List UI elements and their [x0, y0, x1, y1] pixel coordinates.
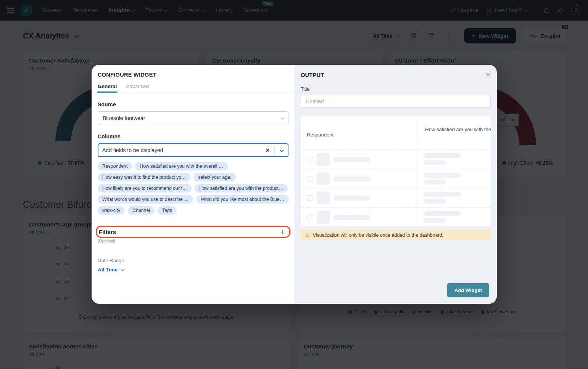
widget-preview-table: Respondent How satisfied are you with th…	[301, 116, 491, 226]
preview-rows	[301, 149, 491, 226]
column-chip[interactable]: select your age.	[193, 173, 236, 181]
skeleton-bar	[424, 211, 461, 216]
widget-title-input[interactable]	[301, 95, 491, 107]
clear-icon[interactable]: ✕	[261, 147, 274, 153]
avatar-skeleton	[317, 191, 330, 204]
skeleton-bar	[424, 160, 446, 165]
skeleton-bar	[424, 192, 461, 197]
source-label: Source	[98, 101, 288, 107]
source-select[interactable]: Bluesole footwear	[98, 111, 288, 125]
configure-panel: CONFIGURE WIDGET General Advanced Source…	[92, 65, 295, 304]
column-chip[interactable]: Channel	[128, 206, 155, 215]
warning-icon: ⚠	[305, 232, 310, 238]
column-chip[interactable]: What words would you use to describe …	[98, 195, 193, 204]
configure-widget-modal: CONFIGURE WIDGET General Advanced Source…	[92, 65, 497, 304]
visualization-warning: ⚠ Visualization will only be visible onc…	[301, 230, 491, 240]
chevron-down-icon	[121, 267, 125, 271]
modal-tabs: General Advanced	[98, 83, 288, 93]
skeleton-bar	[333, 196, 371, 201]
column-header-respondent: Respondent	[307, 132, 333, 138]
column-chip[interactable]: Tags	[158, 206, 177, 215]
skeleton-bar	[424, 153, 461, 158]
chevron-down-icon	[280, 148, 284, 152]
column-chip[interactable]: walk-city	[98, 206, 125, 215]
row-checkbox[interactable]	[308, 195, 313, 201]
date-range-dropdown[interactable]: All Time	[98, 267, 288, 273]
skeleton-bar	[333, 176, 371, 181]
avatar-skeleton	[317, 211, 330, 224]
screen: ✓ Surveys Templates Insights Tickets Con…	[0, 0, 588, 369]
widget-title-label: Title	[301, 87, 491, 92]
avatar-skeleton	[317, 172, 330, 185]
filters-section: Filters + (Optional)	[98, 224, 288, 243]
table-row	[301, 149, 491, 169]
columns-field[interactable]: Add fields to be displayed ✕	[98, 143, 288, 157]
warning-text: Visualization will only be visible once …	[313, 233, 443, 238]
column-header-question: How satisfied are you with the overall p…	[422, 126, 491, 133]
close-icon[interactable]: ✕	[485, 72, 491, 78]
chevron-down-icon	[280, 116, 285, 120]
date-range-value: All Time	[98, 267, 118, 273]
add-widget-button[interactable]: Add Widget	[447, 283, 489, 297]
output-title: OUTPUT	[301, 72, 324, 78]
tab-label: General	[98, 83, 117, 89]
skeleton-bar	[424, 173, 461, 178]
source-value: Bluesole footwear	[103, 115, 145, 121]
skeleton-bar	[333, 157, 371, 162]
avatar-skeleton	[317, 153, 330, 166]
skeleton-bar	[424, 218, 446, 223]
tab-advanced[interactable]: Advanced	[126, 83, 149, 93]
columns-field-value: Add fields to be displayed	[98, 147, 261, 153]
filters-row-highlight: Filters +	[98, 227, 288, 237]
add-filter-button[interactable]: +	[280, 228, 285, 236]
column-chip[interactable]: How likely are you to recommend our f…	[98, 184, 192, 193]
selected-columns: Respondent How satisfied are you with th…	[98, 162, 288, 215]
dropdown-toggle[interactable]	[275, 147, 288, 154]
table-row	[301, 169, 491, 188]
divider	[92, 93, 295, 93]
column-chip[interactable]: How satisfied are you with the product…	[195, 184, 288, 193]
table-row	[301, 188, 491, 207]
row-checkbox[interactable]	[308, 176, 313, 182]
skeleton-bar	[424, 199, 446, 204]
column-chip[interactable]: What did you like most about the Blue…	[196, 195, 289, 204]
column-chip[interactable]: Respondent	[98, 162, 132, 170]
table-row	[301, 207, 491, 227]
row-checkbox[interactable]	[308, 215, 313, 220]
row-checkbox[interactable]	[308, 157, 313, 162]
output-panel: OUTPUT ✕ Title Respondent How satisfied …	[295, 65, 497, 304]
date-range-label: Date Range	[98, 258, 288, 263]
column-chip[interactable]: How easy was it to find the product yo…	[98, 173, 190, 181]
tab-general[interactable]: General	[98, 83, 117, 93]
columns-label: Columns	[98, 133, 288, 140]
skeleton-bar	[424, 180, 446, 184]
modal-title: CONFIGURE WIDGET	[98, 72, 288, 78]
optional-label: (Optional)	[98, 239, 288, 243]
column-chip[interactable]: How satisfied are you with the overall …	[135, 162, 228, 170]
skeleton-bar	[333, 215, 371, 220]
divider	[92, 224, 295, 224]
filters-label: Filters	[99, 229, 116, 235]
tab-label: Advanced	[126, 83, 149, 89]
